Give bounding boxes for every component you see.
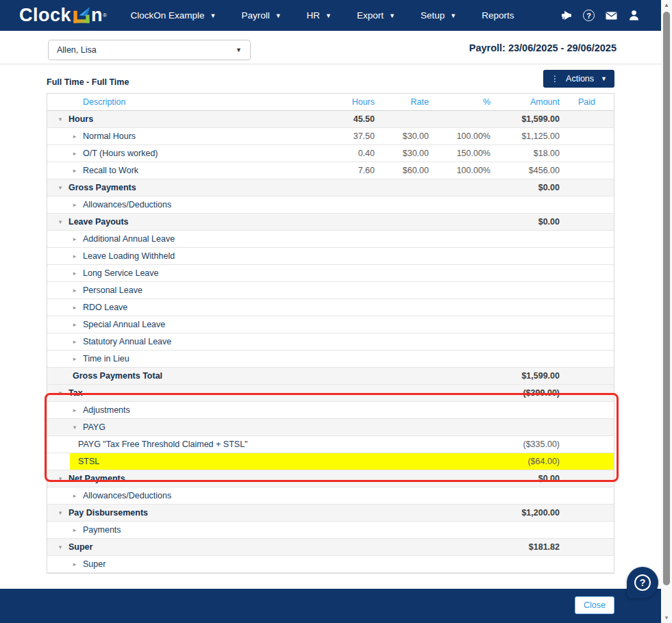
expand-collapse-icon[interactable]: ▾ xyxy=(56,184,64,191)
table-row-o-t-hours-worked[interactable]: ▸ O/T (Hours worked) 0.40 $30.00 150.00%… xyxy=(47,145,614,162)
table-row-stsl[interactable]: STSL ($64.00) xyxy=(47,453,614,470)
table-row-time-in-lieu[interactable]: ▸ Time in Lieu xyxy=(47,351,614,368)
table-row-long-service-leave[interactable]: ▸ Long Service Leave xyxy=(47,265,614,282)
row-amount: $0.00 xyxy=(490,474,560,483)
navbar-icon-group: ? xyxy=(560,0,640,31)
table-row-net-payments[interactable]: ▾ Net Payments $0.00 xyxy=(47,470,614,487)
help-icon[interactable]: ? xyxy=(582,9,595,22)
table-row-payments[interactable]: ▸ Payments xyxy=(47,522,614,539)
expand-collapse-icon[interactable]: ▸ xyxy=(71,167,79,174)
scroll-down-arrow[interactable]: ▼ xyxy=(661,615,672,621)
chevron-down-icon: ▼ xyxy=(389,12,395,19)
col-header-description[interactable]: Description xyxy=(47,97,320,107)
col-header-rate[interactable]: Rate xyxy=(375,97,429,107)
nav-item-payroll[interactable]: Payroll ▼ xyxy=(241,10,281,21)
table-row-rdo-leave[interactable]: ▸ RDO Leave xyxy=(47,299,614,316)
table-row-leave-loading-withheld[interactable]: ▸ Leave Loading Withheld xyxy=(47,248,614,265)
mail-icon[interactable] xyxy=(605,9,618,22)
expand-collapse-icon[interactable]: ▾ xyxy=(56,509,64,516)
expand-collapse-icon[interactable]: ▾ xyxy=(56,475,64,482)
row-percent: 100.00% xyxy=(429,131,490,141)
payroll-window: Clock n ® ClockOn Example ▼ Payroll ▼ HR xyxy=(0,0,672,623)
scrollbar[interactable]: ▲ ▼ xyxy=(661,0,672,623)
nav-item-export[interactable]: Export ▼ xyxy=(357,10,395,21)
expand-collapse-icon[interactable]: ▸ xyxy=(71,201,79,208)
table-row-super[interactable]: ▸ Super xyxy=(47,556,614,573)
expand-collapse-icon[interactable]: ▾ xyxy=(56,544,64,550)
chevron-down-icon: ▼ xyxy=(236,47,242,53)
row-label: O/T (Hours worked) xyxy=(83,149,158,158)
kebab-menu-icon: ⋮ xyxy=(551,74,559,84)
table-row-additional-annual-leave[interactable]: ▸ Additional Annual Leave xyxy=(47,231,614,248)
nav-item-setup[interactable]: Setup ▼ xyxy=(421,10,456,21)
question-mark-icon: ? xyxy=(634,574,651,591)
table-row-normal-hours[interactable]: ▸ Normal Hours 37.50 $30.00 100.00% $1,1… xyxy=(47,128,614,145)
expand-collapse-icon[interactable]: ▸ xyxy=(71,253,79,259)
expand-collapse-icon[interactable]: ▸ xyxy=(71,492,79,499)
expand-collapse-icon[interactable]: ▸ xyxy=(71,133,79,140)
table-row-adjustments[interactable]: ▸ Adjustments xyxy=(47,402,614,419)
expand-collapse-icon[interactable]: ▾ xyxy=(71,424,79,431)
row-label: Allowances/Deductions xyxy=(83,491,171,500)
main-content: Full Time - Full Time ⋮ Actions ▼ Descri… xyxy=(0,64,661,623)
announcement-icon[interactable] xyxy=(560,9,573,22)
payroll-period-label: Payroll: 23/06/2025 - 29/06/2025 xyxy=(469,42,617,53)
chevron-down-icon: ▼ xyxy=(210,12,216,19)
row-label: Long Service Leave xyxy=(83,268,159,278)
expand-collapse-icon[interactable]: ▸ xyxy=(71,150,79,157)
chevron-down-icon: ▼ xyxy=(450,12,456,19)
expand-collapse-icon[interactable]: ▾ xyxy=(56,390,64,396)
expand-collapse-icon[interactable]: ▸ xyxy=(71,270,79,277)
table-row-gross-payments[interactable]: ▾ Gross Payments $0.00 xyxy=(47,179,614,196)
expand-collapse-icon[interactable]: ▸ xyxy=(71,561,79,568)
scroll-up-arrow[interactable]: ▲ xyxy=(661,2,672,8)
col-header-hours[interactable]: Hours xyxy=(320,97,375,107)
table-row-hours[interactable]: ▾ Hours 45.50 $1,599.00 xyxy=(47,111,614,128)
table-row-special-annual-leave[interactable]: ▸ Special Annual Leave xyxy=(47,316,614,333)
expand-collapse-icon[interactable]: ▸ xyxy=(71,321,79,328)
expand-collapse-icon[interactable]: ▸ xyxy=(71,355,79,362)
expand-collapse-icon[interactable]: ▾ xyxy=(56,116,64,123)
table-row-statutory-annual-leave[interactable]: ▸ Statutory Annual Leave xyxy=(47,333,614,351)
row-rate: $60.00 xyxy=(375,166,429,175)
table-row-leave-payouts[interactable]: ▾ Leave Payouts $0.00 xyxy=(47,214,614,231)
table-row-personal-leave[interactable]: ▸ Personal Leave xyxy=(47,282,614,299)
table-row-payg[interactable]: ▾ PAYG xyxy=(47,419,614,436)
row-rate: $30.00 xyxy=(375,131,429,141)
table-row-tax[interactable]: ▾ Tax ($399.00) xyxy=(47,385,614,402)
employee-select[interactable]: Allen, Lisa ▼ xyxy=(48,40,251,60)
table-row-recall-to-work[interactable]: ▸ Recall to Work 7.60 $60.00 100.00% $45… xyxy=(47,162,614,179)
table-row-gross-payments-total[interactable]: Gross Payments Total $1,599.00 xyxy=(47,368,614,385)
expand-collapse-icon[interactable]: ▸ xyxy=(71,236,79,242)
table-row-super[interactable]: ▾ Super $181.82 xyxy=(47,539,614,556)
col-header-amount[interactable]: Amount xyxy=(490,97,560,107)
row-amount: $0.00 xyxy=(490,217,560,227)
help-bubble-button[interactable]: ? xyxy=(627,567,658,598)
scrollbar-thumb[interactable] xyxy=(663,12,670,585)
row-amount: $456.00 xyxy=(490,166,560,175)
actions-button-label: Actions xyxy=(566,74,594,84)
actions-button[interactable]: ⋮ Actions ▼ xyxy=(543,70,614,88)
nav-item-reports[interactable]: Reports ▼ xyxy=(482,10,514,21)
expand-collapse-icon[interactable]: ▸ xyxy=(71,338,79,345)
expand-collapse-icon[interactable]: ▸ xyxy=(71,526,79,533)
table-row-payg-tax-free-threshold-claimed-stsl[interactable]: PAYG "Tax Free Threshold Claimed + STSL"… xyxy=(47,436,614,453)
table-row-allowances-deductions[interactable]: ▸ Allowances/Deductions xyxy=(47,487,614,505)
expand-collapse-icon[interactable]: ▸ xyxy=(71,287,79,294)
row-amount: $0.00 xyxy=(490,183,560,192)
clockon-logo[interactable]: Clock n ® xyxy=(19,5,107,26)
expand-collapse-icon[interactable]: ▸ xyxy=(71,304,79,311)
col-header-percent[interactable]: % xyxy=(429,97,490,107)
nav-item-clockon-example[interactable]: ClockOn Example ▼ xyxy=(130,10,216,21)
col-header-paid[interactable]: Paid xyxy=(560,97,614,107)
top-navbar: Clock n ® ClockOn Example ▼ Payroll ▼ HR xyxy=(0,0,661,31)
user-icon[interactable] xyxy=(627,9,640,22)
nav-item-hr[interactable]: HR ▼ xyxy=(307,10,332,21)
expand-collapse-icon[interactable]: ▾ xyxy=(56,218,64,225)
table-row-allowances-deductions[interactable]: ▸ Allowances/Deductions xyxy=(47,196,614,214)
expand-collapse-icon[interactable]: ▸ xyxy=(71,407,79,414)
table-row-pay-disbursements[interactable]: ▾ Pay Disbursements $1,200.00 xyxy=(47,505,614,522)
row-label: Gross Payments xyxy=(69,183,136,192)
row-label: RDO Leave xyxy=(83,303,127,312)
close-button[interactable]: Close xyxy=(575,596,614,614)
